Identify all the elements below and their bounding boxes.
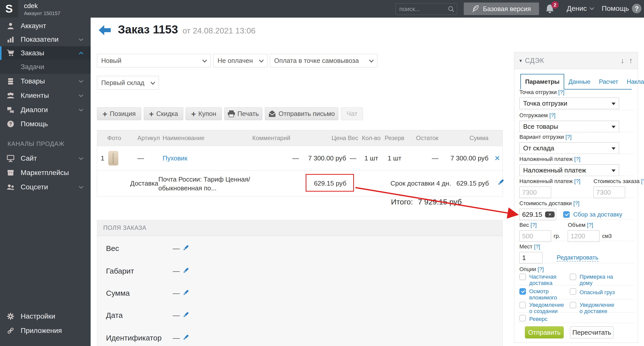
- field-row-weight: Вес —: [106, 243, 189, 253]
- order-cost-label: Стоимость заказа: [593, 178, 639, 184]
- help-marker[interactable]: [?]: [641, 178, 644, 184]
- sidebar-item-dialogs[interactable]: Диалоги: [0, 103, 91, 117]
- delivery-fee-checkbox[interactable]: [563, 211, 570, 218]
- cell-stock: —: [406, 154, 440, 162]
- add-position-label: Позиция: [110, 110, 136, 118]
- edit-pencil-icon[interactable]: [182, 244, 189, 252]
- sidebar-item-account[interactable]: Аккаунт: [0, 19, 91, 33]
- sidebar-item-help[interactable]: ? Помощь: [0, 117, 91, 131]
- collapse-caret-icon[interactable]: ▾: [519, 58, 522, 64]
- clear-input-icon[interactable]: ✕: [545, 211, 555, 218]
- order-status-select[interactable]: Новый: [97, 54, 211, 67]
- col-header-photo: Фото: [107, 135, 137, 142]
- chevron-down-icon: [79, 94, 84, 97]
- add-coupon-button[interactable]: + Купон: [186, 107, 222, 120]
- version-label: Базовая версия: [483, 5, 531, 13]
- edit-pencil-icon[interactable]: [497, 179, 505, 188]
- add-position-button[interactable]: + Позиция: [97, 107, 141, 120]
- volume-input[interactable]: [568, 230, 599, 242]
- print-button[interactable]: Печать: [224, 107, 262, 120]
- edit-places-link[interactable]: Редактировать: [557, 254, 598, 262]
- help-marker[interactable]: [?]: [534, 243, 540, 250]
- move-up-icon[interactable]: ↑: [629, 56, 633, 65]
- shipping-point-label: Точка отгрузки: [519, 89, 557, 95]
- notifications-button[interactable]: 2: [545, 4, 556, 15]
- sidebar-item-site[interactable]: Сайт: [0, 152, 91, 165]
- help-marker[interactable]: [?]: [574, 178, 580, 184]
- send-email-label: Отправить письмо: [278, 110, 335, 118]
- top-bar: S cdek Аккаунт 150157 Базовая версия 2 Д…: [0, 0, 644, 18]
- help-marker[interactable]: [?]: [538, 266, 544, 272]
- order-fields-section-header: ПОЛЯ ЗАКАЗА: [97, 220, 503, 236]
- option-reverse-checkbox[interactable]: [519, 315, 526, 321]
- payment-method-select[interactable]: Оплата в точке самовывоза: [270, 54, 377, 67]
- option-creation-notification-checkbox[interactable]: [519, 302, 526, 308]
- edit-pencil-icon[interactable]: [182, 334, 189, 342]
- edit-pencil-icon[interactable]: [182, 311, 189, 319]
- sidebar-item-clients[interactable]: Клиенты: [0, 89, 91, 102]
- option-dangerous-goods-checkbox[interactable]: [570, 288, 576, 295]
- options-row-3: Уведомление о создании Уведомление о дос…: [519, 302, 626, 315]
- group-weight-volume: Вес [?] гр. Объем [?] см3: [519, 222, 626, 242]
- sidebar-item-marketplaces[interactable]: Маркетплейсы: [0, 166, 91, 180]
- warehouse-select[interactable]: Первый склад: [97, 76, 159, 90]
- help-menu[interactable]: Помощь ?: [602, 4, 641, 13]
- weight-unit: гр.: [554, 233, 560, 239]
- recalculate-button[interactable]: Пересчитать: [570, 326, 614, 338]
- option-label: Частичная доставка: [529, 274, 562, 286]
- user-menu[interactable]: Денис: [567, 5, 594, 13]
- option-delivery-notification-checkbox[interactable]: [570, 302, 576, 308]
- page-header: Заказ 1153 от 24.08.2021 13:06: [118, 23, 256, 36]
- payment-status-select[interactable]: Не оплачен: [213, 54, 267, 67]
- users-icon: [7, 183, 15, 191]
- submit-button[interactable]: Отправить: [525, 326, 564, 338]
- product-photo[interactable]: [108, 151, 118, 165]
- help-marker[interactable]: [?]: [573, 200, 579, 206]
- help-marker[interactable]: [?]: [558, 89, 564, 95]
- tab-parameters[interactable]: Параметры: [520, 74, 564, 90]
- cdek-panel: ▾ СДЭК ↓ ↑ Параметры Данные Расчет Накла…: [514, 52, 638, 343]
- order-cost-input[interactable]: [593, 187, 625, 198]
- sidebar: Аккаунт Показатели Заказы Задачи Товары …: [0, 18, 91, 346]
- help-marker[interactable]: [?]: [587, 222, 593, 228]
- search-input[interactable]: [396, 6, 448, 13]
- version-button[interactable]: Базовая версия: [464, 3, 539, 15]
- edit-pencil-icon[interactable]: [182, 289, 189, 297]
- tab-invoices[interactable]: Накладные: [622, 74, 644, 89]
- cod-select[interactable]: Наложенный платеж: [519, 164, 619, 176]
- option-home-fitting-checkbox[interactable]: [570, 274, 576, 280]
- add-discount-button[interactable]: + Скидка: [144, 107, 183, 120]
- back-button[interactable]: [99, 25, 111, 36]
- ship-variant-select[interactable]: От склада: [519, 142, 619, 154]
- places-input[interactable]: [519, 252, 543, 264]
- help-marker[interactable]: [?]: [574, 156, 580, 162]
- option-label: Опасный груз: [580, 289, 622, 295]
- help-marker[interactable]: [?]: [549, 112, 555, 118]
- cod-amount-input[interactable]: [519, 187, 551, 198]
- sidebar-item-products[interactable]: Товары: [0, 74, 91, 88]
- shipping-point-select[interactable]: Точка отгрузки: [519, 98, 619, 109]
- sidebar-item-social[interactable]: Соцсети: [0, 180, 91, 194]
- app-logo[interactable]: S: [0, 0, 18, 18]
- tab-data[interactable]: Данные: [564, 74, 595, 89]
- option-inspect-contents-checkbox[interactable]: [519, 288, 526, 295]
- edit-pencil-icon[interactable]: [182, 267, 189, 275]
- help-marker[interactable]: [?]: [530, 222, 536, 228]
- option-partial-delivery-checkbox[interactable]: [519, 274, 526, 280]
- sidebar-item-tasks[interactable]: Задачи: [0, 60, 91, 74]
- delete-icon[interactable]: ✕: [494, 154, 500, 162]
- weight-input[interactable]: [519, 230, 551, 242]
- tab-calculation[interactable]: Расчет: [595, 74, 622, 89]
- product-link[interactable]: Пуховик: [163, 154, 188, 162]
- sidebar-item-metrics[interactable]: Показатели: [0, 33, 91, 46]
- send-email-button[interactable]: Отправить письмо: [265, 107, 338, 120]
- sidebar-item-settings[interactable]: Настройки: [0, 310, 91, 323]
- cell-reserve: 1 шт: [383, 154, 407, 162]
- sidebar-item-apps[interactable]: Приложения: [0, 324, 91, 337]
- move-down-icon[interactable]: ↓: [621, 56, 624, 65]
- col-header-price: Цена: [303, 135, 346, 142]
- sidebar-item-orders[interactable]: Заказы: [0, 46, 91, 60]
- help-marker[interactable]: [?]: [565, 134, 571, 140]
- places-label: Мест: [519, 243, 532, 250]
- ship-what-select[interactable]: Все товары: [519, 121, 619, 132]
